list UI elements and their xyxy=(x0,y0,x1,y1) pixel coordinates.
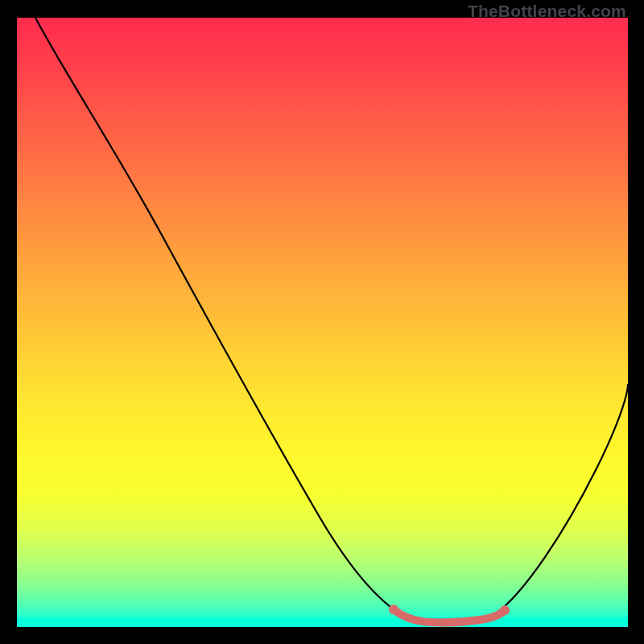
marker-start-dot xyxy=(389,605,398,614)
bottleneck-curve xyxy=(35,18,628,625)
chart-container: TheBottleneck.com xyxy=(0,0,644,644)
chart-svg xyxy=(17,18,628,627)
plot-area xyxy=(17,18,628,627)
watermark-text: TheBottleneck.com xyxy=(468,2,626,21)
green-baseline-band xyxy=(17,617,628,627)
marker-end-dot xyxy=(500,605,510,615)
